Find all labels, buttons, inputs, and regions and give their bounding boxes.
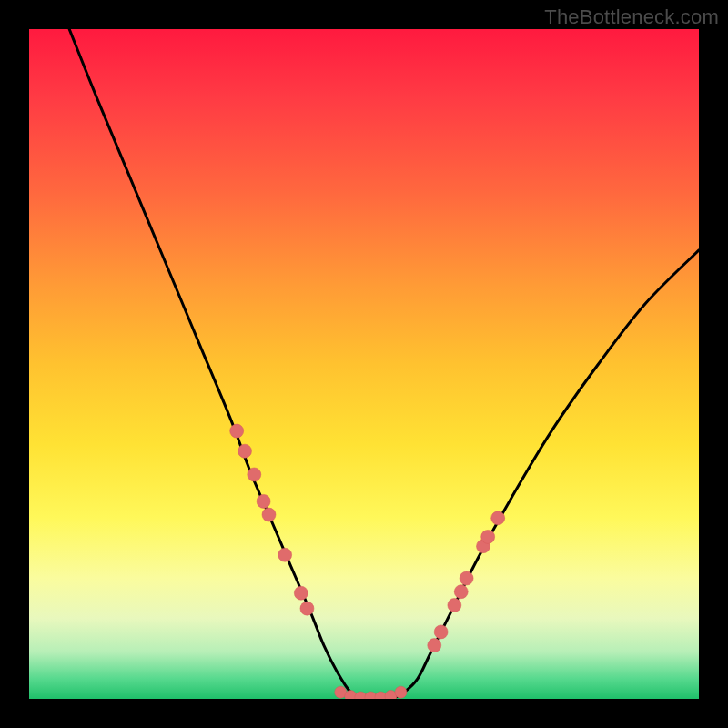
marker-right: [448, 598, 461, 612]
marker-left: [238, 444, 251, 458]
watermark-text: TheBottleneck.com: [544, 5, 719, 29]
plot-area: [29, 29, 699, 699]
chart-frame: TheBottleneck.com: [0, 0, 728, 728]
marker-bottom: [395, 686, 407, 698]
marker-right: [481, 530, 495, 543]
marker-right: [454, 585, 468, 599]
marker-left: [230, 424, 244, 438]
marker-left: [248, 468, 261, 481]
marker-right: [491, 511, 505, 525]
bottleneck-curve: [69, 29, 699, 699]
markers-layer: [230, 424, 505, 699]
curve-svg: [29, 29, 699, 699]
marker-left: [278, 548, 292, 561]
marker-right: [434, 625, 448, 639]
marker-left: [262, 508, 276, 521]
marker-left: [300, 602, 314, 615]
curve-layer: [69, 29, 699, 699]
marker-right: [428, 639, 441, 652]
marker-left: [257, 494, 270, 508]
marker-left: [294, 586, 308, 600]
marker-right: [460, 571, 473, 585]
